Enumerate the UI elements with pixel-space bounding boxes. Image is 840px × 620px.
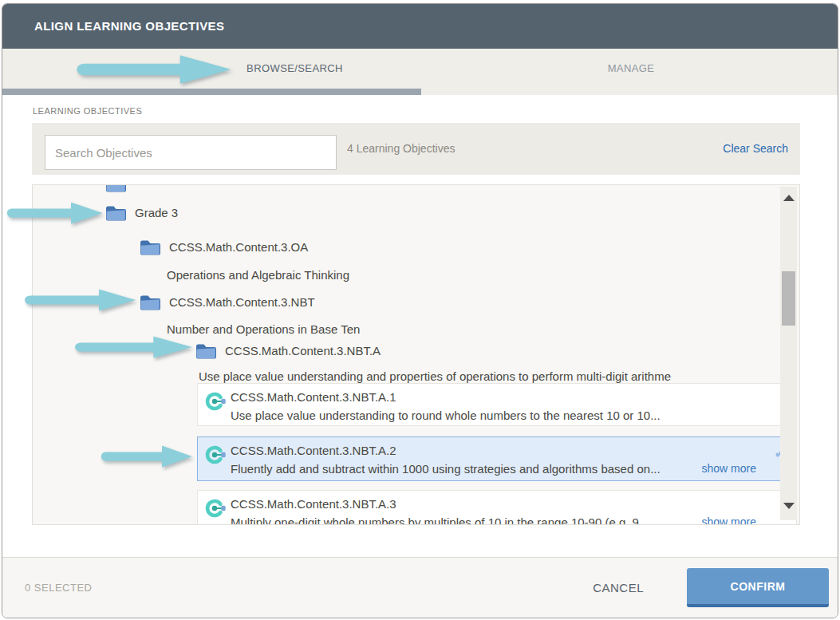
tree-node-description: Number and Operations in Base Ten bbox=[167, 322, 360, 336]
objective-card-nbta3[interactable]: CCSS.Math.Content.3.NBT.A.3 Multiply one… bbox=[197, 490, 797, 525]
tab-browse-search-label: BROWSE/SEARCH bbox=[246, 62, 343, 74]
objective-description: Use place value understanding to round w… bbox=[231, 409, 661, 422]
tree-node-grade-3[interactable]: Grade 3 bbox=[105, 203, 178, 222]
tab-manage-label: MANAGE bbox=[608, 62, 655, 74]
folder-icon bbox=[105, 184, 127, 196]
search-band: 4 Learning Objectives Clear Search bbox=[32, 123, 800, 175]
tree-node-description: Use place value understanding and proper… bbox=[199, 369, 795, 383]
active-tab-underline bbox=[2, 89, 421, 95]
tree-node-oa[interactable]: CCSS.Math.Content.3.OA bbox=[140, 238, 308, 256]
selected-count: 0 SELECTED bbox=[25, 558, 92, 618]
align-objectives-dialog: ALIGN LEARNING OBJECTIVES BROWSE/SEARCH … bbox=[2, 3, 838, 618]
objective-description: Multiply one-digit whole numbers by mult… bbox=[231, 515, 668, 525]
dialog-footer: 0 SELECTED CANCEL CONFIRM bbox=[2, 557, 838, 618]
learning-objective-icon bbox=[205, 498, 227, 519]
cancel-button[interactable]: CANCEL bbox=[593, 558, 644, 618]
dialog-header: ALIGN LEARNING OBJECTIVES bbox=[2, 4, 838, 49]
scrollbar[interactable] bbox=[780, 187, 797, 520]
search-input[interactable] bbox=[45, 135, 337, 170]
confirm-button[interactable]: CONFIRM bbox=[687, 568, 829, 607]
objective-description: Fluently add and subtract within 1000 us… bbox=[231, 462, 668, 476]
learning-objective-icon bbox=[205, 391, 227, 412]
tree-node-label: CCSS.Math.Content.3.NBT.A bbox=[225, 344, 381, 357]
tab-manage[interactable]: MANAGE bbox=[423, 49, 838, 89]
objective-card-nbta1[interactable]: CCSS.Math.Content.3.NBT.A.1 Use place va… bbox=[197, 383, 797, 426]
tree-node-label: Grade 3 bbox=[135, 206, 178, 219]
tree-node-label: CCSS.Math.Content.3.NBT bbox=[169, 295, 315, 309]
learning-objective-icon bbox=[205, 444, 227, 465]
folder-icon bbox=[140, 238, 161, 256]
tab-browse-search[interactable]: BROWSE/SEARCH bbox=[2, 49, 423, 89]
objectives-tree: Grade 3 CCSS.Math.Content.3.OA Operation… bbox=[32, 184, 800, 525]
tree-node-nbta[interactable]: CCSS.Math.Content.3.NBT.A bbox=[195, 342, 381, 360]
objective-card-nbta2[interactable]: CCSS.Math.Content.3.NBT.A.2 Fluently add… bbox=[197, 436, 797, 481]
scrollbar-down-arrow[interactable] bbox=[783, 503, 795, 509]
tree-node-description: Operations and Algebraic Thinking bbox=[167, 268, 349, 282]
objective-code: CCSS.Math.Content.3.NBT.A.2 bbox=[231, 444, 396, 457]
objective-code: CCSS.Math.Content.3.NBT.A.1 bbox=[231, 390, 396, 404]
tree-node-nbt[interactable]: CCSS.Math.Content.3.NBT bbox=[140, 293, 315, 311]
scrollbar-up-arrow[interactable] bbox=[783, 195, 795, 201]
objective-code: CCSS.Math.Content.3.NBT.A.3 bbox=[231, 497, 396, 511]
tree-node-label: CCSS.Math.Content.3.OA bbox=[169, 240, 308, 254]
show-more-link[interactable]: show more bbox=[702, 515, 756, 525]
clear-search-link[interactable]: Clear Search bbox=[723, 123, 788, 175]
show-more-link[interactable]: show more bbox=[702, 462, 756, 475]
folder-icon bbox=[105, 203, 127, 222]
folder-icon bbox=[140, 293, 161, 311]
dialog-title: ALIGN LEARNING OBJECTIVES bbox=[34, 4, 224, 49]
folder-icon bbox=[195, 342, 217, 360]
tab-bar: BROWSE/SEARCH MANAGE bbox=[2, 49, 838, 95]
scrollbar-thumb[interactable] bbox=[782, 271, 795, 326]
results-count: 4 Learning Objectives bbox=[347, 123, 455, 175]
section-label: LEARNING OBJECTIVES bbox=[33, 106, 142, 116]
